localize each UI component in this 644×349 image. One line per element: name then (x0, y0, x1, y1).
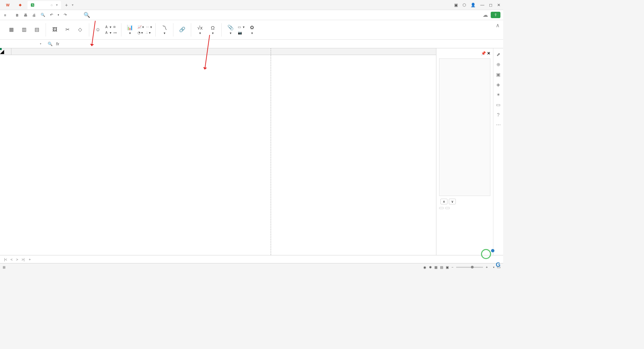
tool-icon-3[interactable]: ▣ (496, 72, 500, 77)
order-up-button[interactable]: ∧ (440, 199, 447, 204)
symbol-button[interactable]: Ω ▾ (207, 24, 218, 35)
file-menu[interactable] (9, 14, 12, 16)
view-break-icon[interactable]: ▣ (446, 265, 449, 269)
save-icon[interactable]: 🖶 (22, 12, 29, 18)
app-tab-file[interactable]: S ○ ▾ (28, 1, 61, 9)
undo-dropdown[interactable]: ▾ (56, 13, 60, 17)
object-list[interactable] (439, 58, 490, 196)
tab-menu-icon[interactable]: ○ (50, 3, 53, 7)
perf-ring (481, 249, 491, 259)
sheet-nav-prev[interactable]: < (9, 257, 14, 261)
sheet-tabs-bar: |< < > >| + (0, 255, 503, 263)
formula-bar: ▾ 🔍 fx (0, 40, 503, 48)
view-normal-icon[interactable]: ▦ (434, 265, 437, 269)
hyperlink-button[interactable]: 🔗 (177, 27, 187, 33)
fx-search-icon[interactable]: 🔍 (48, 42, 53, 46)
zoom-slider[interactable] (456, 267, 483, 268)
ribbon: ▦ ▥ ▤ 🖼 ✂ ◇ ☺ A ▾ A ▾ ⧈ ⊶ 📊 ▾ 📈 ▾ ◔ ▾ ⋯ … (0, 20, 503, 40)
hide-all-button[interactable] (445, 207, 450, 209)
search-icon[interactable]: 🔍 (84, 12, 90, 18)
more-icon[interactable]: ⋯ (496, 122, 501, 128)
cloud-icon[interactable]: ☁ (483, 12, 488, 18)
view-icon-1[interactable]: ◉ (423, 265, 426, 269)
table-button[interactable]: ▤ (32, 27, 42, 33)
select-tool-icon[interactable]: ⬈ (496, 52, 500, 57)
watermark: G (496, 261, 501, 268)
flowchart-button[interactable]: ⧈ (113, 25, 118, 29)
tool-icon-4[interactable]: ◈ (496, 82, 500, 87)
status-icon[interactable]: ⊞ (3, 265, 5, 269)
close-button[interactable]: ✕ (497, 3, 500, 7)
select-all-corner[interactable]: ◢ (0, 48, 11, 55)
undo-button[interactable]: ↶ (49, 12, 54, 18)
status-bar: ⊞ ◉ ✱ ▦ ▤ ▣ − + ▾ (0, 263, 503, 271)
mindmap-button[interactable]: ⊶ (113, 31, 118, 35)
wordart-button[interactable]: A ▾ (105, 25, 111, 29)
equation-button[interactable]: √x ▾ (195, 24, 205, 35)
chart-preset-1[interactable]: 📈 ▾ (138, 25, 144, 29)
ribbon-collapse-icon[interactable]: ∧ (496, 22, 500, 29)
layout-icon[interactable]: ▣ (454, 3, 458, 7)
sheet-nav-next[interactable]: > (15, 257, 19, 261)
performance-widget[interactable] (481, 249, 493, 259)
zoom-dropdown[interactable]: ▾ (493, 266, 494, 269)
print-icon[interactable]: 🖨 (31, 12, 37, 18)
tool-icon-6[interactable]: ▭ (496, 102, 500, 107)
chart-preset-2[interactable]: ◔ ▾ (138, 31, 144, 35)
minimize-button[interactable]: — (480, 3, 484, 7)
pane-close-icon[interactable]: ✕ (487, 51, 490, 56)
app-tab-template[interactable]: ◆ (15, 1, 26, 9)
side-toolbar: ⬈ ⊕ ▣ ◈ ✶ ▭ ? ⋯ (493, 48, 503, 255)
hamburger-icon[interactable]: ≡ (3, 12, 7, 18)
camera-button[interactable]: 📷 (238, 31, 245, 35)
show-all-button[interactable] (439, 207, 444, 209)
chart-preset-3[interactable]: ⋯ ▾ (146, 25, 152, 29)
help-icon[interactable]: ? (497, 112, 500, 117)
pivot-chart-button[interactable]: ▥ (19, 27, 30, 33)
spreadsheet[interactable]: ◢ (0, 48, 436, 255)
tool-icon-2[interactable]: ⊕ (496, 62, 500, 67)
zoom-in-button[interactable]: + (486, 265, 488, 269)
menu-right: ☁ ⇪ (483, 12, 500, 18)
sparkline-button[interactable]: 〽 ▾ (159, 24, 170, 35)
add-sheet-button[interactable]: + (27, 257, 32, 261)
view-page-icon[interactable]: ▤ (440, 265, 443, 269)
picture-button[interactable]: 🖼 (49, 27, 60, 33)
resource-button[interactable]: ✿ ▾ (247, 24, 257, 35)
tab-menu[interactable]: ▾ (72, 3, 73, 7)
xlsx-icon: S (31, 3, 34, 7)
app-tab-wps[interactable]: W (3, 1, 14, 9)
view-icon-2[interactable]: ✱ (429, 265, 432, 269)
quick-access: ≡ 🗎 🖶 🖨 🔍 ↶ ▾ ↷ (3, 12, 68, 18)
wps-icon: W (6, 3, 9, 7)
template-icon: ◆ (19, 3, 21, 7)
textbox-button[interactable]: A ▾ (105, 31, 111, 35)
zoom-out-button[interactable]: − (451, 265, 453, 269)
tool-icon-5[interactable]: ✶ (496, 92, 500, 97)
perf-dot-icon (491, 249, 494, 252)
fx-icon[interactable]: fx (56, 42, 59, 46)
chart-preset-4[interactable]: ∴ ▾ (146, 31, 152, 35)
screenshot-button[interactable]: ✂ (62, 27, 73, 33)
sheet-nav-last[interactable]: >| (20, 257, 26, 261)
pivot-table-button[interactable]: ▦ (6, 27, 17, 33)
title-bar: W ◆ S ○ ▾ + ▾ ▣ ⬡ 👤 — ◻ ✕ (0, 0, 503, 10)
form-button[interactable]: ▭ ▾ (238, 25, 245, 29)
formula-input[interactable] (63, 42, 503, 46)
shapes-button[interactable]: ◇ (75, 27, 86, 33)
sheet-nav-first[interactable]: |< (3, 257, 8, 261)
order-down-button[interactable]: ∨ (449, 199, 456, 204)
new-icon[interactable]: 🗎 (14, 12, 20, 18)
cube-icon[interactable]: ⬡ (463, 3, 466, 7)
share-button[interactable]: ⇪ (491, 12, 500, 18)
maximize-button[interactable]: ◻ (489, 3, 492, 7)
avatar-icon[interactable]: 👤 (471, 3, 476, 7)
preview-icon[interactable]: 🔍 (39, 12, 47, 18)
redo-button[interactable]: ↷ (62, 12, 68, 18)
close-icon[interactable]: ▾ (56, 3, 58, 7)
pin-icon[interactable]: 📌 (481, 51, 486, 56)
menu-bar: ≡ 🗎 🖶 🖨 🔍 ↶ ▾ ↷ 🔍 ☁ ⇪ (0, 10, 503, 20)
attachment-button[interactable]: 📎 ▾ (225, 24, 236, 35)
all-charts-button[interactable]: 📊 ▾ (125, 24, 136, 35)
add-tab-button[interactable]: + (62, 2, 70, 8)
